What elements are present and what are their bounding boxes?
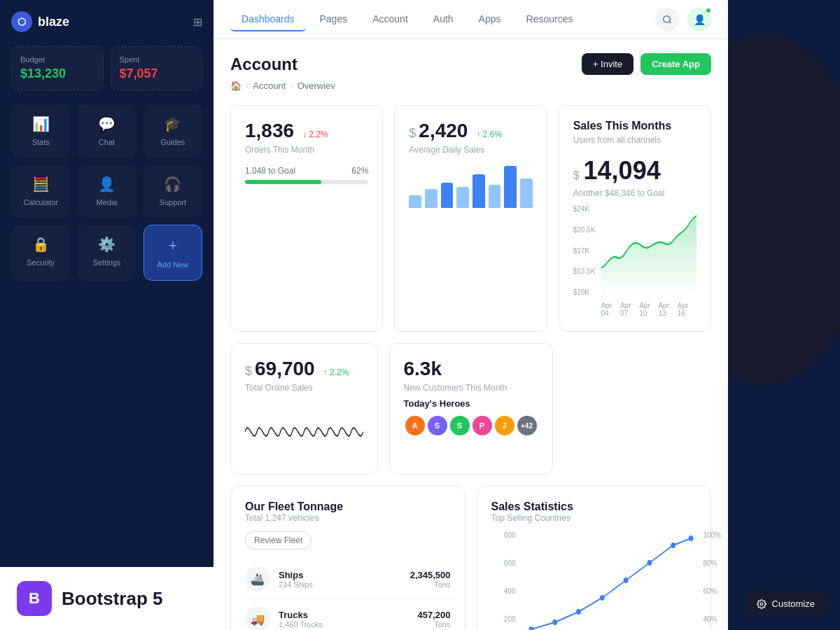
tab-auth[interactable]: Auth xyxy=(422,8,465,31)
sidebar-item-calculator[interactable]: 🧮 Calculator xyxy=(11,164,70,218)
sales-chart-y: 800 600 400 200 xyxy=(491,531,516,630)
avatar-2: S xyxy=(426,414,449,437)
spacer-cell xyxy=(564,343,712,475)
sidebar-item-chat[interactable]: 💬 Chat xyxy=(77,104,136,158)
tab-pages[interactable]: Pages xyxy=(309,8,359,31)
customers-value: 6.3k xyxy=(404,358,538,380)
right-panel xyxy=(728,0,840,630)
avatar-5: J xyxy=(493,414,516,437)
notif-badge xyxy=(706,8,711,13)
sidebar-item-stats[interactable]: 📊 Stats xyxy=(11,104,70,158)
svg-point-3 xyxy=(576,609,581,615)
security-label: Security xyxy=(27,258,55,267)
fleet-title: Our Fleet Tonnage xyxy=(245,500,451,513)
support-icon: 🎧 xyxy=(164,176,181,192)
search-button[interactable] xyxy=(655,8,679,31)
online-sales-prefix: $ xyxy=(245,364,252,379)
tab-account[interactable]: Account xyxy=(361,8,419,31)
svg-point-4 xyxy=(599,595,604,601)
trucks-value: 457,200 Tons xyxy=(418,610,451,629)
chat-label: Chat xyxy=(99,138,115,146)
invite-button[interactable]: + Invite xyxy=(582,53,634,75)
sidebar: ⬡ blaze ⊞ Budget $13,230 Spent $7,057 📊 … xyxy=(0,0,214,630)
top-nav: Dashboards Pages Account Auth Apps Resou… xyxy=(214,0,728,39)
chart-percent-labels: 100% 80% 60% 40% xyxy=(703,531,721,630)
progress-label: 1,048 to Goal xyxy=(245,166,295,176)
breadcrumb-sep1: › xyxy=(246,80,248,91)
progress-bar xyxy=(245,180,368,184)
sales-goal: Another $48,346 to Goal xyxy=(573,188,696,198)
budget-value: $13,230 xyxy=(20,66,94,81)
page-actions: + Invite Create App xyxy=(582,53,711,75)
sidebar-item-support[interactable]: 🎧 Support xyxy=(144,164,202,218)
orders-header: 1,836 ↓ 2.2% xyxy=(245,120,368,145)
trucks-icon: 🚚 xyxy=(245,606,270,630)
progress-header: 1,048 to Goal 62% xyxy=(245,166,368,176)
sales-prefix: $ xyxy=(573,169,580,182)
nav-tabs: Dashboards Pages Account Auth Apps Resou… xyxy=(230,8,584,31)
stats-icon: 📊 xyxy=(32,115,50,132)
online-sales-badge: ↑ 2.2% xyxy=(323,368,349,377)
home-icon: 🏠 xyxy=(230,80,241,91)
daily-sales-label: Average Daily Sales xyxy=(409,145,532,155)
trend-line xyxy=(519,531,697,630)
daily-sales-card: $ 2,420 ↑ 2.6% Average Daily Sales xyxy=(394,105,547,332)
progress-fill xyxy=(245,180,321,184)
trucks-name: Trucks xyxy=(279,610,410,620)
avatar-extra: +42 xyxy=(516,414,538,437)
chart-area xyxy=(601,205,696,296)
review-fleet-button[interactable]: Review Fleet xyxy=(245,531,312,550)
breadcrumb-section[interactable]: Account xyxy=(253,80,286,91)
chat-icon: 💬 xyxy=(98,115,115,132)
chart-y-labels: $24K $20.5K $17K $13.5K $10K xyxy=(573,205,596,296)
avatar-3: S xyxy=(449,414,471,437)
calculator-label: Calculator xyxy=(23,198,58,206)
tab-resources[interactable]: Resources xyxy=(515,8,584,31)
sidebar-item-settings[interactable]: ⚙️ Settings xyxy=(77,225,136,281)
ships-icon: 🚢 xyxy=(245,566,270,592)
spent-label: Spent xyxy=(120,55,194,64)
notif-icon: 👤 xyxy=(694,14,706,25)
sidebar-item-add-new[interactable]: + Add New xyxy=(144,225,202,281)
heroes-section: Today's Heroes A S S P J +42 xyxy=(404,398,538,437)
online-sales-value: 69,700 xyxy=(255,358,315,380)
create-app-button[interactable]: Create App xyxy=(640,53,711,75)
sales-amount: 14,094 xyxy=(584,156,661,186)
svg-point-6 xyxy=(647,560,652,566)
sales-amount-row: $ 14,094 xyxy=(573,156,696,186)
nav-actions: 👤 xyxy=(655,8,711,31)
guides-label: Guides xyxy=(160,138,185,146)
calculator-icon: 🧮 xyxy=(32,176,50,192)
budget-cards: Budget $13,230 Spent $7,057 xyxy=(11,46,202,90)
svg-point-0 xyxy=(664,15,670,22)
sidebar-item-media[interactable]: 👤 Media xyxy=(77,164,136,218)
online-sales-label: Total Online Sales xyxy=(245,383,363,393)
breadcrumb-sep2: › xyxy=(290,80,293,91)
stats-grid-2: $ 69,700 ↑ 2.2% Total Online Sales 6.3k … xyxy=(230,343,711,475)
svg-point-8 xyxy=(688,536,693,541)
sales-title: Sales This Months xyxy=(573,120,696,132)
tab-dashboards[interactable]: Dashboards xyxy=(230,8,306,31)
ships-unit: Tons xyxy=(410,580,451,589)
support-label: Support xyxy=(160,198,187,206)
dark-blob-1 xyxy=(728,35,840,385)
media-icon: 👤 xyxy=(98,176,115,192)
sidebar-item-security[interactable]: 🔒 Security xyxy=(11,225,70,281)
svg-point-7 xyxy=(671,542,676,548)
customize-button[interactable]: Customize xyxy=(746,592,826,616)
ships-count: 234 Ships xyxy=(279,580,402,589)
tab-apps[interactable]: Apps xyxy=(468,8,512,31)
heroes-title: Today's Heroes xyxy=(404,398,538,409)
sidebar-item-guides[interactable]: 🎓 Guides xyxy=(144,104,202,158)
menu-icon[interactable]: ⊞ xyxy=(193,15,202,29)
notification-button[interactable]: 👤 xyxy=(687,8,711,31)
app-name: blaze xyxy=(38,15,69,29)
stats-grid-1: 1,836 ↓ 2.2% Orders This Month 1,048 to … xyxy=(230,105,711,332)
sidebar-header: ⬡ blaze ⊞ xyxy=(11,11,202,32)
customers-label: New Customers This Month xyxy=(404,383,538,393)
security-icon: 🔒 xyxy=(32,236,50,253)
sales-line-chart: $24K $20.5K $17K $13.5K $10K xyxy=(573,205,696,317)
media-label: Media xyxy=(97,198,118,206)
budget-card: Budget $13,230 xyxy=(11,46,104,90)
add-new-label: Add New xyxy=(158,260,189,269)
